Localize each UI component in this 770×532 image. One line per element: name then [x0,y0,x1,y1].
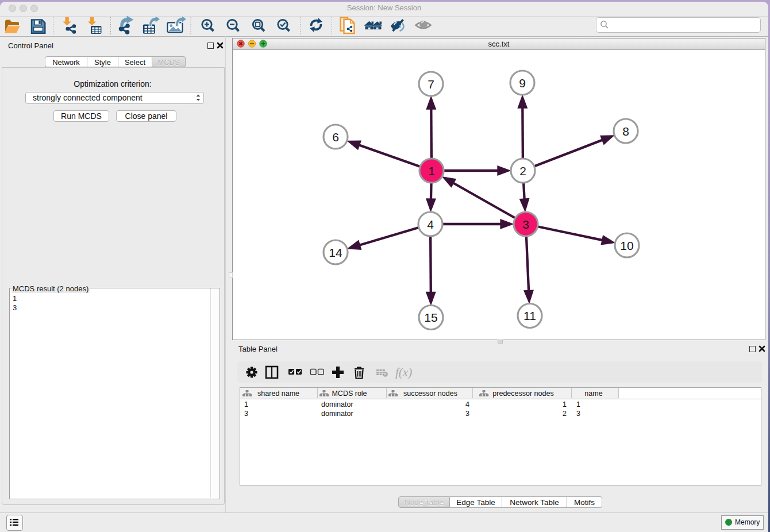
svg-text:1: 1 [576,400,580,408]
svg-text:MCDS role: MCDS role [332,390,367,398]
svg-text:dominator: dominator [321,410,353,418]
svg-text:4: 4 [465,400,469,408]
svg-text:name: name [584,390,602,398]
svg-text:1: 1 [563,400,567,408]
svg-text:1: 1 [428,164,435,178]
svg-text:3: 3 [465,410,469,418]
svg-text:1: 1 [244,400,248,408]
svg-text:15: 15 [424,311,437,324]
svg-text:2: 2 [563,410,567,418]
svg-text:successor nodes: successor nodes [403,390,457,398]
svg-text:10: 10 [620,239,633,252]
svg-text:predecessor nodes: predecessor nodes [492,390,553,398]
svg-text:2: 2 [519,164,526,178]
svg-text:7: 7 [428,78,434,91]
svg-text:9: 9 [519,76,526,90]
svg-text:3: 3 [522,218,529,231]
svg-text:f(x): f(x) [395,365,412,379]
svg-text:shared name: shared name [257,390,299,398]
svg-text:3: 3 [576,410,580,418]
svg-text:14: 14 [329,246,342,259]
svg-text:11: 11 [523,309,536,322]
svg-text:8: 8 [622,125,629,138]
svg-text:4: 4 [427,218,434,231]
svg-text:dominator: dominator [321,400,353,408]
svg-text:6: 6 [332,130,339,144]
svg-text:3: 3 [244,410,248,418]
